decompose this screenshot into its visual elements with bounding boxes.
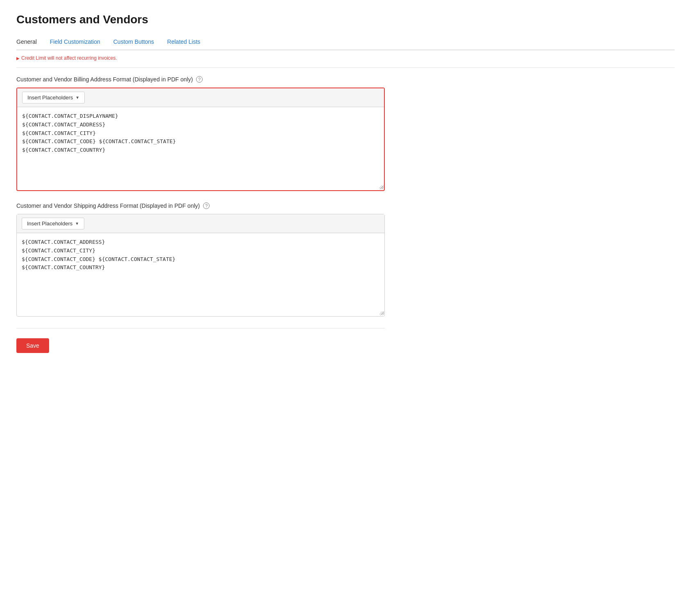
billing-insert-label: Insert Placeholders	[27, 94, 73, 101]
save-button[interactable]: Save	[16, 338, 49, 353]
shipping-label-text: Customer and Vendor Shipping Address For…	[16, 202, 200, 209]
credit-limit-note: Credit Limit will not affect recurring i…	[16, 55, 675, 61]
shipping-editor-toolbar: Insert Placeholders ▼	[17, 214, 384, 233]
tab-field-customization[interactable]: Field Customization	[50, 34, 108, 50]
tab-general[interactable]: General	[16, 34, 45, 50]
page-container: Customers and Vendors General Field Cust…	[0, 0, 691, 366]
page-title: Customers and Vendors	[16, 13, 675, 26]
shipping-editor-container: Insert Placeholders ▼ ${CONTACT.CONTACT_…	[16, 214, 385, 317]
billing-resize-handle[interactable]	[379, 185, 383, 189]
billing-textarea-wrapper: ${CONTACT.CONTACT_DISPLAYNAME} ${CONTACT…	[17, 107, 384, 190]
shipping-section-label: Customer and Vendor Shipping Address For…	[16, 202, 675, 209]
shipping-resize-handle[interactable]	[379, 311, 384, 315]
billing-dropdown-arrow-icon: ▼	[75, 95, 79, 100]
tab-custom-buttons[interactable]: Custom Buttons	[113, 34, 163, 50]
billing-address-textarea[interactable]: ${CONTACT.CONTACT_DISPLAYNAME} ${CONTACT…	[17, 107, 384, 189]
billing-insert-placeholders-button[interactable]: Insert Placeholders ▼	[22, 92, 85, 103]
shipping-insert-placeholders-button[interactable]: Insert Placeholders ▼	[22, 218, 84, 229]
shipping-dropdown-arrow-icon: ▼	[75, 221, 79, 226]
bottom-divider	[16, 328, 385, 328]
shipping-textarea-wrapper: ${CONTACT.CONTACT_ADDRESS} ${CONTACT.CON…	[17, 233, 384, 316]
content-area: Credit Limit will not affect recurring i…	[16, 50, 675, 353]
billing-editor-container: Insert Placeholders ▼ ${CONTACT.CONTACT_…	[16, 88, 385, 191]
shipping-help-icon[interactable]: ?	[203, 202, 210, 209]
tab-related-lists[interactable]: Related Lists	[167, 34, 208, 50]
billing-section-label: Customer and Vendor Billing Address Form…	[16, 76, 675, 83]
billing-help-icon[interactable]: ?	[196, 76, 203, 83]
tabs-container: General Field Customization Custom Butto…	[16, 34, 675, 50]
billing-editor-toolbar: Insert Placeholders ▼	[17, 88, 384, 107]
billing-label-text: Customer and Vendor Billing Address Form…	[16, 76, 193, 83]
top-divider	[16, 67, 675, 68]
shipping-address-textarea[interactable]: ${CONTACT.CONTACT_ADDRESS} ${CONTACT.CON…	[17, 233, 384, 315]
shipping-insert-label: Insert Placeholders	[27, 220, 72, 227]
